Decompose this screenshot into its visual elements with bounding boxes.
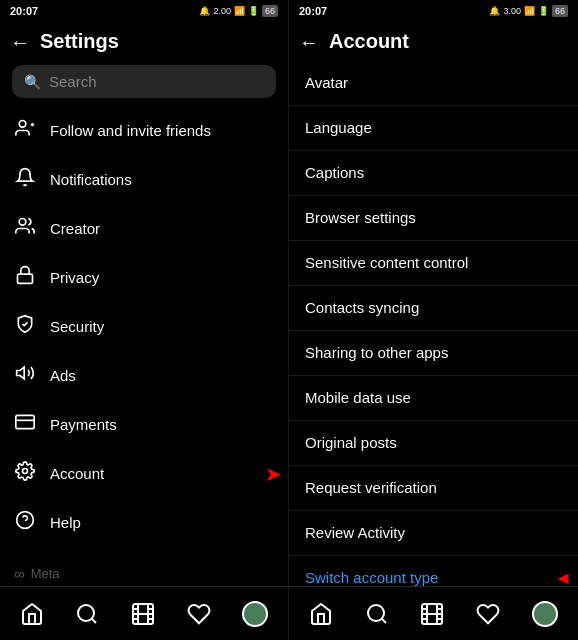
account-menu-list: Avatar Language Captions Browser setting…: [289, 61, 578, 586]
nav-home-right[interactable]: [309, 602, 333, 626]
back-button-left[interactable]: ←: [10, 32, 30, 52]
menu-item-notifications[interactable]: Notifications: [0, 155, 288, 204]
red-arrow-account: ➤: [265, 462, 282, 486]
right-menu-item-request-verification[interactable]: Request verification: [289, 466, 578, 511]
svg-point-14: [78, 605, 94, 621]
page-title-right: Account: [329, 30, 409, 53]
nav-likes-left[interactable]: [187, 602, 211, 626]
right-menu-label-switch-account-type: Switch account type: [305, 569, 438, 586]
creator-icon: [14, 216, 36, 241]
nav-home-left[interactable]: [20, 602, 44, 626]
menu-item-privacy[interactable]: Privacy: [0, 253, 288, 302]
left-panel: 20:07 🔔 2.00 📶 🔋 66 ← Settings 🔍 Search: [0, 0, 289, 640]
meta-footer: ∞ Meta: [0, 559, 288, 586]
nav-profile-right[interactable]: [532, 601, 558, 627]
nav-reels-left[interactable]: [131, 602, 155, 626]
nav-reels-right[interactable]: [420, 602, 444, 626]
bottom-nav-left: [0, 586, 288, 640]
svg-point-0: [19, 121, 26, 128]
menu-item-creator[interactable]: Creator: [0, 204, 288, 253]
menu-label-privacy: Privacy: [50, 269, 99, 286]
privacy-icon: [14, 265, 36, 290]
notifications-icon: [14, 167, 36, 192]
right-menu-item-avatar[interactable]: Avatar: [289, 61, 578, 106]
bottom-nav-right: [289, 586, 578, 640]
search-icon: 🔍: [24, 74, 41, 90]
menu-label-payments: Payments: [50, 416, 117, 433]
right-menu-label-browser-settings: Browser settings: [305, 209, 416, 226]
right-menu-item-captions[interactable]: Captions: [289, 151, 578, 196]
nav-profile-left[interactable]: [242, 601, 268, 627]
right-menu-item-sensitive-content[interactable]: Sensitive content control: [289, 241, 578, 286]
right-menu-label-captions: Captions: [305, 164, 364, 181]
header-right: ← Account: [289, 22, 578, 61]
menu-item-follow-invite[interactable]: Follow and invite friends: [0, 106, 288, 155]
svg-marker-5: [17, 367, 25, 379]
menu-item-payments[interactable]: Payments: [0, 400, 288, 449]
nav-search-left[interactable]: [75, 602, 99, 626]
svg-point-3: [19, 219, 26, 226]
svg-point-24: [368, 605, 384, 621]
right-menu-item-original-posts[interactable]: Original posts: [289, 421, 578, 466]
right-menu-item-review-activity[interactable]: Review Activity: [289, 511, 578, 556]
right-menu-label-sensitive-content: Sensitive content control: [305, 254, 468, 271]
security-icon: [14, 314, 36, 339]
menu-label-follow-invite: Follow and invite friends: [50, 122, 211, 139]
page-title-left: Settings: [40, 30, 119, 53]
status-bar-left: 20:07 🔔 2.00 📶 🔋 66: [0, 0, 288, 22]
right-menu-item-language[interactable]: Language: [289, 106, 578, 151]
right-menu-label-review-activity: Review Activity: [305, 524, 405, 541]
help-icon: [14, 510, 36, 535]
account-icon: [14, 461, 36, 486]
menu-label-account: Account: [50, 465, 104, 482]
search-input[interactable]: Search: [49, 73, 97, 90]
svg-rect-4: [18, 274, 33, 283]
menu-item-ads[interactable]: Ads: [0, 351, 288, 400]
ads-icon: [14, 363, 36, 388]
menu-label-security: Security: [50, 318, 104, 335]
right-panel: 20:07 🔔 3.00 📶 🔋 66 ← Account Avatar Lan…: [289, 0, 578, 640]
right-menu-item-switch-account-type[interactable]: Switch account type ◄: [289, 556, 578, 586]
header-left: ← Settings: [0, 22, 288, 61]
right-menu-label-contacts-syncing: Contacts syncing: [305, 299, 419, 316]
right-menu-label-avatar: Avatar: [305, 74, 348, 91]
menu-item-security[interactable]: Security: [0, 302, 288, 351]
status-icons-left: 🔔 2.00 📶 🔋 66: [199, 5, 278, 17]
status-icons-right: 🔔 3.00 📶 🔋 66: [489, 5, 568, 17]
menu-label-creator: Creator: [50, 220, 100, 237]
menu-label-help: Help: [50, 514, 81, 531]
svg-point-8: [23, 469, 28, 474]
back-button-right[interactable]: ←: [299, 32, 319, 52]
meta-icon: ∞: [14, 565, 25, 582]
menu-item-account[interactable]: Account ➤: [0, 449, 288, 498]
right-menu-label-language: Language: [305, 119, 372, 136]
nav-search-right[interactable]: [365, 602, 389, 626]
right-menu-item-sharing[interactable]: Sharing to other apps: [289, 331, 578, 376]
right-menu-label-request-verification: Request verification: [305, 479, 437, 496]
time-right: 20:07: [299, 5, 327, 17]
meta-label: Meta: [31, 566, 60, 581]
svg-line-25: [381, 618, 385, 622]
menu-label-notifications: Notifications: [50, 171, 132, 188]
svg-rect-6: [16, 415, 34, 428]
search-bar[interactable]: 🔍 Search: [12, 65, 276, 98]
status-bar-right: 20:07 🔔 3.00 📶 🔋 66: [289, 0, 578, 22]
red-arrow-switch-account: ◄: [554, 568, 572, 587]
follow-invite-icon: [14, 118, 36, 143]
settings-menu-list: Follow and invite friends Notifications: [0, 106, 288, 559]
right-menu-label-sharing: Sharing to other apps: [305, 344, 448, 361]
menu-item-about[interactable]: About: [0, 547, 288, 559]
right-menu-item-browser-settings[interactable]: Browser settings: [289, 196, 578, 241]
menu-item-help[interactable]: Help: [0, 498, 288, 547]
time-left: 20:07: [10, 5, 38, 17]
svg-line-15: [92, 618, 96, 622]
payments-icon: [14, 412, 36, 437]
right-menu-item-mobile-data[interactable]: Mobile data use: [289, 376, 578, 421]
nav-likes-right[interactable]: [476, 602, 500, 626]
right-menu-label-original-posts: Original posts: [305, 434, 397, 451]
right-menu-label-mobile-data: Mobile data use: [305, 389, 411, 406]
menu-label-ads: Ads: [50, 367, 76, 384]
right-menu-item-contacts-syncing[interactable]: Contacts syncing: [289, 286, 578, 331]
